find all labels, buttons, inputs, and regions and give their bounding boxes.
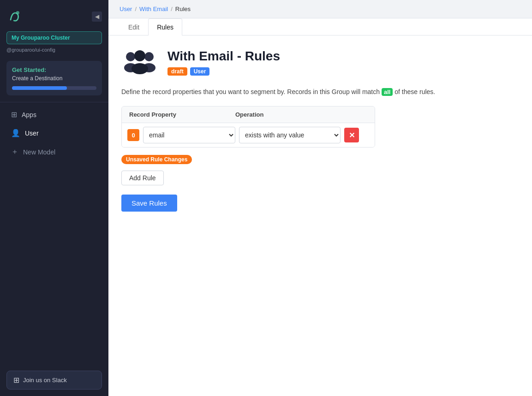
- breadcrumb-sep-2: /: [171, 6, 173, 12]
- sidebar-item-apps-label: Apps: [22, 111, 36, 118]
- save-rules-button[interactable]: Save Rules: [121, 195, 177, 212]
- user-icon: 👤: [11, 129, 20, 137]
- description-before: Define the record properties that you wa…: [121, 88, 380, 95]
- col-header-property: Record Property: [122, 106, 228, 123]
- group-title-area: With Email - Rules draft User: [167, 49, 280, 76]
- table-row: 0 email firstName lastName userId exists…: [122, 123, 375, 147]
- sidebar-item-apps[interactable]: ⊞ Apps: [4, 106, 105, 124]
- breadcrumb-current: Rules: [175, 6, 191, 12]
- sidebar-item-user[interactable]: 👤 User: [4, 124, 105, 142]
- get-started-card: Get Started: Create a Destination: [6, 61, 102, 95]
- description-text: Define the record properties that you wa…: [121, 87, 519, 97]
- page-content: With Email - Rules draft User Define the…: [108, 35, 532, 396]
- tab-edit[interactable]: Edit: [120, 18, 148, 35]
- svg-point-1: [126, 52, 135, 61]
- logo-icon: [6, 7, 23, 26]
- svg-point-3: [144, 52, 154, 61]
- highlight-all: all: [382, 88, 393, 96]
- sidebar-item-new-model-label: New Model: [23, 148, 55, 156]
- svg-point-0: [16, 11, 19, 14]
- apps-icon: ⊞: [11, 110, 17, 119]
- delete-rule-button[interactable]: ✕: [344, 128, 359, 142]
- sidebar-item-new-model[interactable]: ＋ New Model: [4, 142, 105, 161]
- rules-table: Record Property Operation 0 email firstN…: [121, 106, 375, 148]
- sidebar-collapse-button[interactable]: ◀: [92, 12, 102, 22]
- tab-rules[interactable]: Rules: [148, 18, 182, 35]
- rule-operation-select[interactable]: exists with any value equals does not eq…: [239, 127, 341, 143]
- rules-table-header: Record Property Operation: [122, 106, 375, 123]
- slack-icon: ⊞: [13, 376, 19, 384]
- cluster-badge: My Grouparoo Cluster: [6, 31, 102, 44]
- unsaved-changes-badge: Unsaved Rule Changes: [121, 155, 192, 164]
- svg-point-6: [132, 63, 148, 74]
- badge-row: draft User: [167, 67, 280, 76]
- rule-property-select[interactable]: email firstName lastName userId: [143, 127, 235, 143]
- get-started-description: Create a Destination: [12, 75, 96, 82]
- get-started-title: Get Started:: [12, 66, 96, 73]
- add-rule-button[interactable]: Add Rule: [121, 171, 164, 185]
- breadcrumb: User / With Email / Rules: [108, 0, 532, 18]
- rule-index-badge: 0: [127, 129, 139, 141]
- draft-badge: draft: [167, 67, 187, 76]
- breadcrumb-sep-1: /: [135, 6, 137, 12]
- join-slack-button[interactable]: ⊞ Join us on Slack: [6, 371, 102, 390]
- plus-icon: ＋: [11, 147, 18, 157]
- group-avatar: [121, 48, 158, 76]
- svg-point-5: [134, 50, 145, 61]
- user-badge: User: [190, 67, 210, 76]
- group-header: With Email - Rules draft User: [121, 48, 519, 76]
- progress-bar: [12, 86, 96, 90]
- breadcrumb-user-link[interactable]: User: [120, 6, 132, 12]
- breadcrumb-with-email-link[interactable]: With Email: [139, 6, 168, 12]
- col-header-operation: Operation: [228, 106, 343, 123]
- page-title: With Email - Rules: [167, 49, 280, 64]
- main-content: User / With Email / Rules Edit Rules: [108, 0, 532, 396]
- nav-section: ⊞ Apps 👤 User ＋ New Model: [0, 102, 108, 165]
- join-slack-label: Join us on Slack: [23, 377, 67, 384]
- sidebar-item-user-label: User: [25, 130, 39, 137]
- tabs-bar: Edit Rules: [108, 18, 532, 35]
- sidebar-header: ◀: [0, 0, 108, 31]
- sidebar: ◀ My Grouparoo Cluster @grouparoo/ui-con…: [0, 0, 108, 396]
- progress-bar-fill: [12, 86, 67, 90]
- sidebar-footer: ⊞ Join us on Slack: [0, 364, 108, 396]
- description-after: of these rules.: [395, 88, 435, 95]
- cluster-handle: @grouparoo/ui-config: [6, 47, 102, 53]
